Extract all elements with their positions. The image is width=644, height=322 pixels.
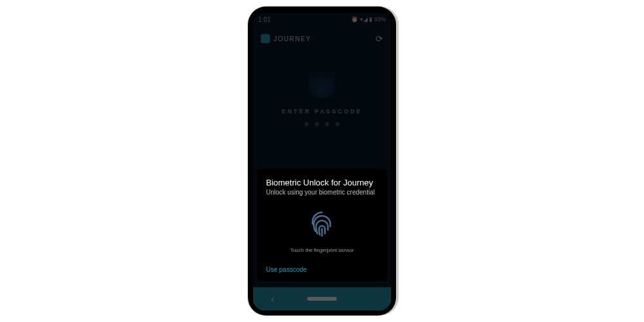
biometric-prompt-dialog: Biometric Unlock for Journey Unlock usin…: [257, 169, 387, 281]
fingerprint-hint: Touch the fingerprint sensor: [290, 247, 354, 253]
phone-device-frame: 1:01 ⏰ ▾◢ ▮ 93% JOURNEY ⟳ ENTER PASSCODE: [248, 6, 396, 316]
fingerprint-icon[interactable]: [308, 210, 336, 238]
dialog-title: Biometric Unlock for Journey: [266, 178, 378, 187]
use-passcode-button[interactable]: Use passcode: [266, 266, 307, 273]
dialog-subtitle: Unlock using your biometric credential: [266, 189, 378, 196]
phone-screen: 1:01 ⏰ ▾◢ ▮ 93% JOURNEY ⟳ ENTER PASSCODE: [253, 13, 391, 310]
